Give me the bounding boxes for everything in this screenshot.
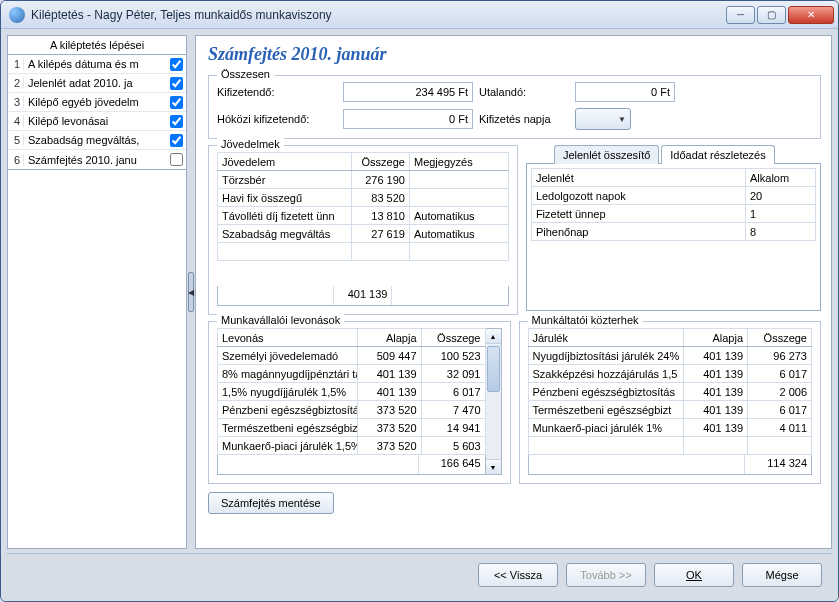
step-row[interactable]: 6 Számfejtés 2010. janu xyxy=(8,150,186,169)
table-row xyxy=(218,243,509,261)
utalando-value: 0 Ft xyxy=(575,82,675,102)
table-row[interactable]: Pihenőnap8 xyxy=(531,223,815,241)
next-button: Tovább >> xyxy=(566,563,646,587)
presence-table: Jelenlét Alkalom Ledolgozott napok20 Fiz… xyxy=(531,168,816,241)
maximize-button[interactable]: ▢ xyxy=(757,6,786,24)
step-label: A kilépés dátuma és m xyxy=(24,58,166,70)
table-row[interactable]: 1,5% nyugdíjjárulék 1,5%401 1396 017 xyxy=(218,383,486,401)
scroll-thumb[interactable] xyxy=(487,346,500,392)
main-panel: Számfejtés 2010. január Összesen Kifizet… xyxy=(195,35,832,549)
table-row[interactable]: Munkaerő-piaci járulék 1%401 1394 011 xyxy=(528,419,812,437)
cancel-button[interactable]: Mégse xyxy=(742,563,822,587)
table-row[interactable]: Távolléti díj fizetett ünn13 810Automati… xyxy=(218,207,509,225)
table-row[interactable]: Munkaerő-piaci járulék 1,5%373 5205 603 xyxy=(218,437,486,455)
step-number: 2 xyxy=(8,77,24,89)
incomes-table: Jövedelem Összege Megjegyzés Törzsbér276… xyxy=(217,152,509,261)
steps-list: 1 A kilépés dátuma és m 2 Jelenlét adat … xyxy=(7,55,187,170)
close-button[interactable]: ✕ xyxy=(788,6,834,24)
step-checkbox[interactable] xyxy=(170,153,183,166)
step-number: 6 xyxy=(8,154,24,166)
kifizetes-napja-combo[interactable]: ▼ xyxy=(575,108,631,130)
table-row[interactable]: Pénzbeni egészségbiztosítás401 1392 006 xyxy=(528,383,812,401)
emp-col-amount: Összege xyxy=(748,329,812,347)
wizard-button-strip: << Vissza Tovább >> OK Mégse xyxy=(7,553,832,595)
employee-deductions-total: 166 645 xyxy=(419,455,485,474)
step-row[interactable]: 5 Szabadság megváltás, xyxy=(8,131,186,150)
table-row[interactable]: Szabadság megváltás27 619Automatikus xyxy=(218,225,509,243)
employee-deductions-total-row: 166 645 xyxy=(217,455,486,475)
save-calculation-button[interactable]: Számfejtés mentése xyxy=(208,492,334,514)
back-button[interactable]: << Vissza xyxy=(478,563,558,587)
ok-button[interactable]: OK xyxy=(654,563,734,587)
minimize-icon: ─ xyxy=(737,9,744,20)
employer-charges-group: Munkáltatói közterhek Járulék Alapja Öss… xyxy=(519,321,822,484)
step-row[interactable]: 2 Jelenlét adat 2010. ja xyxy=(8,74,186,93)
step-label: Kilépő egyéb jövedelm xyxy=(24,96,166,108)
employer-charges-legend: Munkáltatói közterhek xyxy=(528,314,643,326)
employee-deductions-table: Levonás Alapja Összege Személyi jövedele… xyxy=(217,328,486,455)
step-label: Számfejtés 2010. janu xyxy=(24,154,166,166)
step-checkbox[interactable] xyxy=(170,58,183,71)
step-row[interactable]: 1 A kilépés dátuma és m xyxy=(8,55,186,74)
presence-tab-body: Jelenlét Alkalom Ledolgozott napok20 Fiz… xyxy=(526,163,821,311)
table-row xyxy=(528,437,812,455)
chevron-down-icon: ▼ xyxy=(618,115,626,124)
tab-time-detail[interactable]: Időadat részletezés xyxy=(661,145,774,164)
employer-charges-total-row: 114 324 xyxy=(528,455,813,475)
table-row[interactable]: Ledolgozott napok20 xyxy=(531,187,815,205)
scroll-up-icon: ▲ xyxy=(486,329,501,344)
incomes-group: Jövedelmek Jövedelem Összege Megjegyzés … xyxy=(208,145,518,315)
incomes-total-row: 401 139 xyxy=(217,286,509,306)
tab-presence-summary[interactable]: Jelenlét összesítő xyxy=(554,145,659,164)
table-row[interactable]: Törzsbér276 190 xyxy=(218,171,509,189)
kifizetes-napja-label: Kifizetés napja xyxy=(479,113,569,125)
step-checkbox[interactable] xyxy=(170,115,183,128)
kifizetendo-label: Kifizetendő: xyxy=(217,86,337,98)
minimize-button[interactable]: ─ xyxy=(726,6,755,24)
step-number: 3 xyxy=(8,96,24,108)
emp-col-name: Járulék xyxy=(528,329,684,347)
chevron-left-icon: ◀ xyxy=(188,272,194,312)
summary-legend: Összesen xyxy=(217,68,274,80)
incomes-total: 401 139 xyxy=(334,286,392,305)
emp-col-base: Alapja xyxy=(684,329,748,347)
window-title: Kiléptetés - Nagy Péter, Teljes munkaidő… xyxy=(31,8,726,22)
step-number: 1 xyxy=(8,58,24,70)
ded-col-base: Alapja xyxy=(357,329,421,347)
presence-col-name: Jelenlét xyxy=(531,169,745,187)
summary-group: Összesen Kifizetendő: 234 495 Ft Utaland… xyxy=(208,75,821,139)
step-checkbox[interactable] xyxy=(170,134,183,147)
table-row[interactable]: Szakképzési hozzájárulás 1,5401 1396 017 xyxy=(528,365,812,383)
steps-filler xyxy=(7,170,187,549)
titlebar: Kiléptetés - Nagy Péter, Teljes munkaidő… xyxy=(1,1,838,29)
app-icon xyxy=(9,7,25,23)
table-row[interactable]: Személyi jövedelemadó509 447100 523 xyxy=(218,347,486,365)
utalando-label: Utalandó: xyxy=(479,86,569,98)
table-row[interactable]: Havi fix összegű83 520 xyxy=(218,189,509,207)
step-label: Kilépő levonásai xyxy=(24,115,166,127)
table-row[interactable]: Fizetett ünnep1 xyxy=(531,205,815,223)
steps-header: A kiléptetés lépései xyxy=(7,35,187,55)
employee-deductions-legend: Munkavállalói levonások xyxy=(217,314,344,326)
maximize-icon: ▢ xyxy=(767,9,776,20)
step-checkbox[interactable] xyxy=(170,96,183,109)
collapse-handle[interactable]: ◀ xyxy=(187,35,195,549)
incomes-legend: Jövedelmek xyxy=(217,138,284,150)
hokozi-label: Hóközi kifizetendő: xyxy=(217,113,337,125)
table-row[interactable]: Pénzbeni egészségbiztosítási j373 5207 4… xyxy=(218,401,486,419)
table-row[interactable]: Természetbeni egészségbizto373 52014 941 xyxy=(218,419,486,437)
employer-charges-total: 114 324 xyxy=(745,455,811,474)
step-checkbox[interactable] xyxy=(170,77,183,90)
steps-panel: A kiléptetés lépései 1 A kilépés dátuma … xyxy=(7,35,187,549)
table-row[interactable]: 8% magánnyugdíjpénztári tag401 13932 091 xyxy=(218,365,486,383)
step-number: 4 xyxy=(8,115,24,127)
table-row[interactable]: Nyugdíjbiztosítási járulék 24%401 13996 … xyxy=(528,347,812,365)
scrollbar[interactable]: ▲ ▼ xyxy=(486,328,502,475)
incomes-col-amount: Összege xyxy=(351,153,409,171)
hokozi-value: 0 Ft xyxy=(343,109,473,129)
step-label: Jelenlét adat 2010. ja xyxy=(24,77,166,89)
step-row[interactable]: 4 Kilépő levonásai xyxy=(8,112,186,131)
incomes-col-name: Jövedelem xyxy=(218,153,352,171)
step-row[interactable]: 3 Kilépő egyéb jövedelm xyxy=(8,93,186,112)
table-row[interactable]: Természetbeni egészségbizt401 1396 017 xyxy=(528,401,812,419)
